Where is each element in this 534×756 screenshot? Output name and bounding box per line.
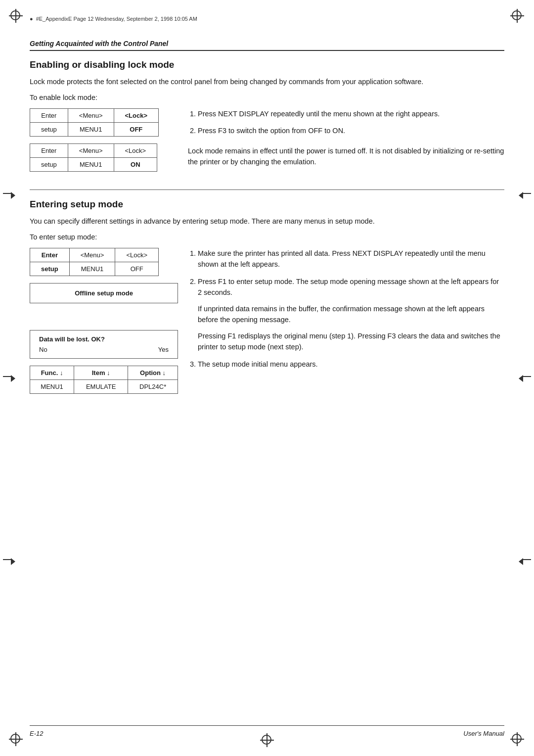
entering-steps: Make sure the printer has printed all da… [178,248,504,401]
page: ● #E_AppendixE Page 12 Wednesday, Septem… [0,0,534,756]
corner-mark-tr [510,9,525,24]
footer-manual: User's Manual [463,730,504,737]
data-lost-title: Data will be lost. OK? [39,335,169,343]
cell-lock-label-bold: <Lock> [114,108,159,122]
entering-displays: Enter <Menu> <Lock> setup MENU1 OFF Offl… [30,248,178,401]
arrow-mark-right-2 [519,375,523,382]
enabling-intro: Lock mode protects the font selected on … [30,76,504,87]
corner-mark-tl [9,9,24,24]
enabling-step-2: Press F3 to switch the option from OFF t… [198,125,504,136]
cell-menu1-val2: MENU1 [68,157,114,171]
display-box-setup-initial: Func. ↓ Item ↓ Option ↓ MENU1 EMULATE DP… [30,366,178,394]
cell-func-header: Func. ↓ [30,366,74,379]
cell-enter-label: Enter [30,108,68,122]
cell-dpl24c-val: DPL24C* [128,379,178,393]
cell-emulate-val: EMULATE [74,379,128,393]
meta-bar: ● #E_AppendixE Page 12 Wednesday, Septem… [30,16,504,22]
meta-file-info: #E_AppendixE Page 12 Wednesday, Septembe… [36,16,197,22]
display-box-lock-off: Enter <Menu> <Lock> setup MENU1 OFF [30,108,159,137]
arrow-mark-right-3 [519,558,523,565]
meta-bullet: ● [30,16,33,22]
data-lost-yes: Yes [158,346,169,353]
entering-to-enter: To enter setup mode: [30,232,504,242]
cell-setup-bold: setup [30,262,70,276]
display-box-enter-setup: Enter <Menu> <Lock> setup MENU1 OFF [30,248,159,276]
footer-page-num: E-12 [30,730,43,737]
crop-mark-right-top [522,193,531,194]
corner-mark-bl [9,732,24,747]
display-box-data-lost: Data will be lost. OK? No Yes [30,330,178,359]
enabling-step-1: Press NEXT DISPLAY repeatedly until the … [198,108,504,119]
arrow-mark-right-1 [519,192,523,199]
cell-menu-label2: <Menu> [68,143,114,157]
crop-mark-right-bot [522,559,531,560]
entering-step-2: Press F1 to enter setup mode. The setup … [198,276,504,353]
cell-setup-val1: setup [30,122,68,136]
cell-option-header: Option ↓ [128,366,178,379]
entering-intro: You can specify different settings in ad… [30,216,504,227]
enabling-to-enable: To enable lock mode: [30,92,504,103]
arrow-mark-left-1 [11,192,15,199]
section-divider [30,189,504,190]
enabling-displays: Enter <Menu> <Lock> setup MENU1 OFF Ente… [30,108,178,179]
cell-enter-bold: Enter [30,248,70,262]
cell-on-val: ON [114,157,157,171]
entering-step-f3: Pressing F1 redisplays the original menu… [198,331,504,353]
footer: E-12 User's Manual [30,725,504,737]
enabling-closing: Lock mode remains in effect until the po… [188,145,504,168]
cell-menu-es: <Menu> [69,248,115,262]
section-header: Getting Acquainted with the Control Pane… [30,40,504,51]
cell-lock-label2: <Lock> [114,143,157,157]
display-box-lock-on: Enter <Menu> <Lock> setup MENU1 ON [30,143,157,172]
main-content: Enabling or disabling lock mode Lock mod… [30,54,504,707]
cell-lock-es: <Lock> [115,248,159,262]
cell-enter-label2: Enter [30,143,68,157]
entering-heading: Entering setup mode [30,199,504,210]
cell-menu1-val: MENU1 [30,379,74,393]
cell-item-header: Item ↓ [74,366,128,379]
cell-off-es: OFF [115,262,159,276]
corner-mark-br [510,732,525,747]
enabling-steps-list: Press NEXT DISPLAY repeatedly until the … [188,108,504,137]
cell-menu1-val1: MENU1 [68,122,114,136]
crop-mark-right-mid [522,376,531,377]
enabling-heading: Enabling or disabling lock mode [30,59,504,70]
entering-steps-list: Make sure the printer has printed all da… [188,248,504,370]
entering-step-3: The setup mode initial menu appears. [198,359,504,370]
data-lost-options: No Yes [39,346,169,353]
cell-menu1-es: MENU1 [69,262,115,276]
enabling-steps: Press NEXT DISPLAY repeatedly until the … [178,108,504,179]
spacer [30,310,178,330]
data-lost-no: No [39,346,47,353]
arrow-mark-left-3 [11,558,15,565]
cell-menu-label: <Menu> [68,108,114,122]
entering-step-2-sub: If unprinted data remains in the buffer,… [198,303,504,326]
display-box-offline: Offline setup mode [30,283,178,303]
arrow-mark-left-2 [11,375,15,382]
entering-col-layout: Enter <Menu> <Lock> setup MENU1 OFF Offl… [30,248,504,401]
enabling-col-layout: Enter <Menu> <Lock> setup MENU1 OFF Ente… [30,108,504,179]
cell-setup-val2: setup [30,157,68,171]
entering-step-1: Make sure the printer has printed all da… [198,248,504,270]
cell-off-val: OFF [114,122,159,136]
